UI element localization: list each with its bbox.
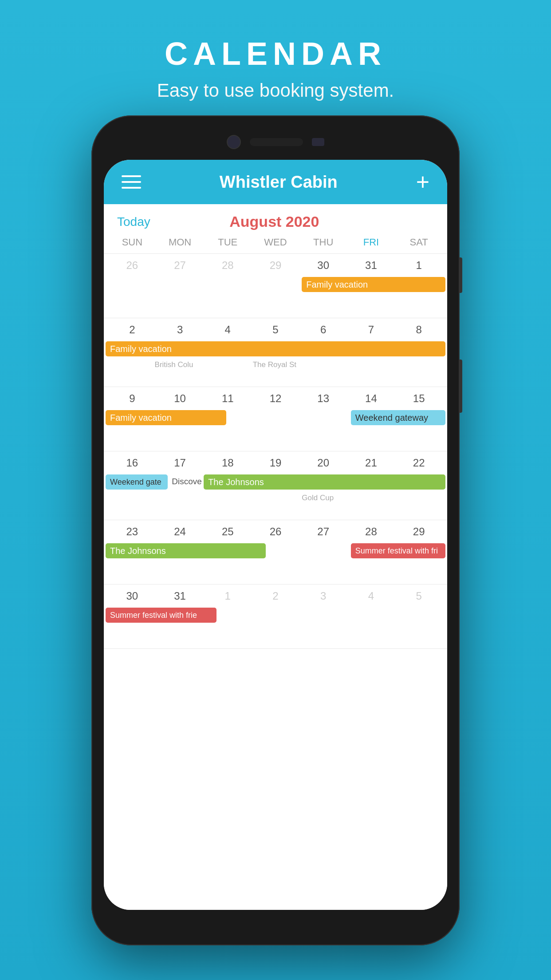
side-button-2 — [459, 360, 462, 413]
note-british: British Colu — [155, 360, 193, 369]
phone-shell: Whistler Cabin + Today August 2020 SUN M… — [91, 115, 460, 945]
week-row-2: 2 3 4 5 6 7 8 Family vacation British Co… — [104, 318, 447, 387]
event-johnsons-w4[interactable]: The Johnsons — [204, 474, 445, 490]
speaker — [250, 138, 303, 146]
event-johnsons-w5[interactable]: The Johnsons — [106, 543, 266, 558]
app-title: Whistler Cabin — [220, 173, 338, 192]
page-subtitle: Easy to use booking system. — [0, 80, 551, 101]
day-cell[interactable]: 5 — [395, 588, 443, 645]
day-cell[interactable]: 13 — [299, 391, 347, 447]
calendar-nav: Today August 2020 — [104, 204, 447, 235]
day-header-mon: MON — [156, 235, 204, 250]
day-headers: SUN MON TUE WED THU FRI SAT — [104, 235, 447, 254]
event-family-vacation-w2[interactable]: Family vacation — [106, 341, 445, 356]
note-royal: The Royal St — [253, 360, 296, 369]
day-cell[interactable]: 4 — [347, 588, 395, 645]
event-family-vacation-w1[interactable]: Family vacation — [302, 277, 445, 292]
hamburger-line-2 — [122, 181, 141, 183]
page-title: CALENDAR — [0, 36, 551, 72]
month-title: August 2020 — [229, 213, 319, 230]
week-row-6: 30 31 1 2 3 4 5 Summer festival with fri… — [104, 585, 447, 649]
note-gold-cup: Gold Cup — [302, 494, 334, 502]
day-cell[interactable]: 28 — [204, 257, 252, 314]
day-header-sun: SUN — [108, 235, 156, 250]
calendar-area[interactable]: Today August 2020 SUN MON TUE WED THU FR… — [104, 204, 447, 910]
hamburger-icon[interactable] — [122, 175, 141, 189]
app-header: Whistler Cabin + — [104, 160, 447, 204]
day-cell[interactable]: 27 — [156, 257, 204, 314]
day-cell[interactable]: 12 — [252, 391, 299, 447]
event-weekend-gate-w4[interactable]: Weekend gate — [106, 474, 168, 490]
event-summer-festival-w5[interactable]: Summer festival with fri — [351, 543, 445, 558]
day-header-thu: THU — [299, 235, 347, 250]
week-row-5: 23 24 25 26 27 28 29 The Johnsons Summer… — [104, 520, 447, 585]
event-discove[interactable]: Discove — [172, 477, 202, 486]
hamburger-line-3 — [122, 187, 141, 189]
today-button[interactable]: Today — [117, 215, 150, 229]
day-cell[interactable]: 27 — [299, 524, 347, 581]
week-row-4: 16 17 18 19 20 21 22 Weekend gate Discov… — [104, 451, 447, 520]
day-cell[interactable]: 3 — [299, 588, 347, 645]
day-cell[interactable]: 26 — [108, 257, 156, 314]
week-row-3: 9 10 11 12 13 14 15 Family vacation Week… — [104, 387, 447, 451]
event-summer-festival-w6[interactable]: Summer festival with frie — [106, 608, 216, 623]
page-header: CALENDAR Easy to use booking system. — [0, 0, 551, 101]
event-weekend-gateway[interactable]: Weekend gateway — [351, 410, 445, 425]
day-header-fri: FRI — [347, 235, 395, 250]
sensors — [312, 138, 324, 146]
day-cell[interactable]: 2 — [252, 588, 299, 645]
day-cell[interactable]: 29 — [252, 257, 299, 314]
phone-screen: Whistler Cabin + Today August 2020 SUN M… — [104, 160, 447, 910]
event-family-vacation-w3[interactable]: Family vacation — [106, 410, 226, 425]
day-header-wed: WED — [252, 235, 299, 250]
add-button[interactable]: + — [416, 170, 429, 194]
day-header-tue: TUE — [204, 235, 252, 250]
day-header-sat: SAT — [395, 235, 443, 250]
side-button-1 — [459, 257, 462, 293]
camera — [227, 135, 241, 149]
week-row-1: 26 27 28 29 30 31 1 Family vacation — [104, 254, 447, 318]
hamburger-line-1 — [122, 175, 141, 177]
